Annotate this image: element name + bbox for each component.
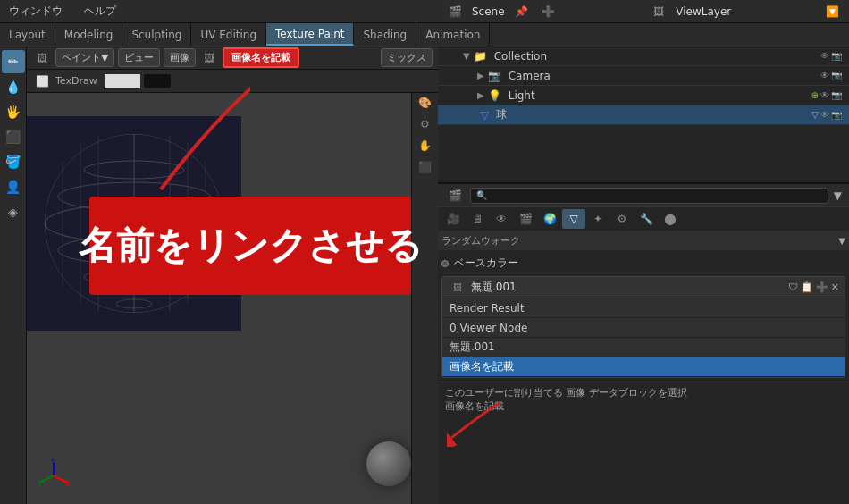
paint-icon[interactable]: 🎨 — [416, 93, 435, 113]
scene-row-light[interactable]: ▶ 💡 Light ⊕ 👁 📷 — [438, 86, 849, 105]
copy-icon[interactable]: 📋 — [801, 281, 813, 293]
connector-dot — [441, 260, 449, 267]
scene-content: ▼ 📁 Collection 👁 📷 ▶ 📷 Camera 👁 📷 — [438, 46, 849, 182]
scene-new-icon[interactable]: ➕ — [539, 2, 559, 21]
output-icon-btn[interactable]: 🖥 — [466, 209, 489, 229]
tooltip-line1: このユーザーに割り当てる 画像 データブロックを選択 — [445, 386, 842, 399]
scene-row-sphere[interactable]: ▽ 球 ▽ 👁 📷 — [438, 105, 849, 125]
scene-icon[interactable]: 🎬 — [445, 2, 465, 21]
physics-icon-btn[interactable]: ⚙ — [610, 209, 634, 229]
hand-icon[interactable]: ✋ — [416, 136, 435, 155]
view-mode-icon[interactable]: 🖼 — [32, 48, 52, 68]
scene-row-collection[interactable]: ▼ 📁 Collection 👁 📷 — [438, 46, 849, 66]
image-name: 無題.001 — [471, 280, 785, 295]
tool-fill[interactable]: 🪣 — [2, 150, 25, 173]
img-icon[interactable]: 🖼 — [199, 48, 219, 68]
props-filter-icon[interactable]: ▼ — [834, 189, 842, 202]
props-icons-row: 🎥 🖥 👁 🎬 🌍 ▽ ✦ ⚙ 🔧 ⬤ — [438, 207, 849, 231]
save-image-name-btn[interactable]: 画像名を記載 — [223, 47, 299, 68]
tab-texture-paint[interactable]: Texture Paint — [266, 23, 354, 46]
viewport-header: 🖼 ペイント▼ ビュー 画像 🖼 画像名を記載 ミックス — [27, 46, 438, 70]
paint-mode-btn[interactable]: ペイント▼ — [55, 48, 114, 67]
scene-header: 🎬 Scene 📌 ➕ 🖼 ViewLayer 🔽 — [438, 0, 849, 23]
viewlayer-name: ViewLayer — [676, 5, 731, 18]
svg-text:Y: Y — [37, 480, 42, 488]
flip-icon[interactable]: ⬛ — [416, 157, 435, 177]
image-dropdown-list: Render Result 0 Viewer Node 無題.001 画像名を記… — [442, 298, 845, 377]
tool-draw[interactable]: ✏️ — [2, 50, 25, 73]
img-type-icon[interactable]: 🖼 — [448, 278, 467, 298]
svg-text:Z: Z — [51, 458, 56, 463]
props-mode-icon[interactable]: 🎬 — [445, 186, 465, 206]
viewlayer-icon[interactable]: 🖼 — [649, 2, 668, 21]
render-icon-btn[interactable]: 🎥 — [441, 209, 465, 229]
scene-pin-icon[interactable]: 📌 — [512, 2, 532, 21]
shield-icon[interactable]: 🛡 — [788, 281, 798, 293]
workspace-tabs: Layout Modeling Sculpting UV Editing Tex… — [0, 23, 849, 46]
tab-animation[interactable]: Animation — [416, 23, 490, 46]
props-content: 🎥 🖥 👁 🎬 🌍 ▽ ✦ ⚙ 🔧 ⬤ ランダムウォーク ▼ ベースカラー — [438, 207, 849, 504]
dropdown-item-image-name[interactable]: 画像名を記載 — [442, 357, 845, 377]
tab-shading[interactable]: Shading — [354, 23, 416, 46]
sub-toolbar: ⬜ TexDraw — [27, 70, 438, 93]
annotation-text: 名前をリンクさせる — [79, 221, 423, 271]
image-picker[interactable]: 🖼 無題.001 🛡 📋 ➕ ✕ Render Result 0 Viewer … — [441, 276, 845, 378]
view-icon-btn[interactable]: 👁 — [490, 209, 513, 229]
tool-erase[interactable]: ◈ — [2, 200, 25, 223]
properties-panel: 🎬 🔍 ▼ 🎥 🖥 👁 🎬 🌍 ▽ ✦ ⚙ 🔧 ⬤ ランダム — [438, 184, 849, 504]
tab-layout[interactable]: Layout — [0, 23, 55, 46]
random-walk-row[interactable]: ランダムウォーク ▼ — [438, 231, 849, 250]
tooltip-section: このユーザーに割り当てる 画像 データブロックを選択 画像名を記載 — [438, 382, 849, 416]
particles-icon-btn[interactable]: ✦ — [586, 209, 609, 229]
menu-help[interactable]: ヘルプ — [79, 2, 122, 21]
base-color-row[interactable]: ベースカラー — [441, 256, 845, 271]
material-icon-btn[interactable]: ⬤ — [659, 209, 682, 229]
dropdown-item-render[interactable]: Render Result — [442, 298, 845, 318]
3d-sphere — [366, 441, 411, 486]
right-edge-toolbar: ＋ 🖌 🎨 ⚙ ✋ ⬛ — [411, 46, 438, 504]
right-panel: 🎬 シーンコレクション ▼ ▼ 📁 Collection 👁 📷 ▶ — [438, 23, 849, 504]
new-icon[interactable]: ➕ — [816, 281, 828, 293]
dropdown-item-viewer[interactable]: 0 Viewer Node — [442, 318, 845, 338]
tab-modeling[interactable]: Modeling — [55, 23, 123, 46]
clear-icon[interactable]: ✕ — [831, 281, 839, 293]
base-color-label: ベースカラー — [454, 256, 845, 271]
image-btn[interactable]: 画像 — [164, 48, 196, 67]
modifier-icon-btn[interactable]: 🔧 — [635, 209, 658, 229]
scene-props-icon-btn[interactable]: 🎬 — [514, 209, 537, 229]
tool-clone[interactable]: ⬛ — [2, 125, 25, 148]
tab-sculpting[interactable]: Sculpting — [122, 23, 191, 46]
left-toolbar: ✏️ 💧 🖐 ⬛ 🪣 👤 ◈ — [0, 46, 27, 504]
dropdown-item-untitled[interactable]: 無題.001 — [442, 338, 845, 357]
axis-indicator: X Y Z — [36, 458, 71, 495]
svg-text:X: X — [65, 480, 71, 488]
tex-draw-label: TexDraw — [55, 75, 97, 87]
tool-smear[interactable]: 🖐 — [2, 100, 25, 123]
menu-window[interactable]: ウィンドウ — [4, 2, 68, 21]
object-icon-btn[interactable]: ▽ — [562, 209, 585, 229]
world-icon-btn[interactable]: 🌍 — [538, 209, 561, 229]
scene-row-camera[interactable]: ▶ 📷 Camera 👁 📷 — [438, 66, 849, 86]
img-picker-header: 🖼 無題.001 🛡 📋 ➕ ✕ — [442, 277, 845, 298]
viewport-3d[interactable]: X Y Z — [27, 93, 438, 504]
scene-name: Scene — [472, 5, 505, 18]
settings-icon[interactable]: ⚙ — [416, 114, 435, 134]
tool-soften[interactable]: 💧 — [2, 75, 25, 98]
tool-mask[interactable]: 👤 — [2, 175, 25, 198]
random-walk-label: ランダムウォーク — [441, 234, 838, 248]
filter-icon[interactable]: 🔽 — [822, 2, 842, 21]
mix-btn[interactable]: ミックス — [381, 48, 433, 67]
svg-line-17 — [40, 475, 54, 483]
tab-uv-editing[interactable]: UV Editing — [191, 23, 266, 46]
view-btn[interactable]: ビュー — [118, 48, 160, 67]
img-picker-icons: 🛡 📋 ➕ ✕ — [788, 281, 839, 293]
scene-collection-panel: 🎬 シーンコレクション ▼ ▼ 📁 Collection 👁 📷 ▶ — [438, 23, 849, 184]
tooltip-line2: 画像名を記載 — [445, 399, 842, 413]
mode-icon[interactable]: ⬜ — [32, 71, 52, 91]
props-header: 🎬 🔍 ▼ — [438, 184, 849, 207]
annotation-box: 名前をリンクさせる — [89, 197, 411, 295]
